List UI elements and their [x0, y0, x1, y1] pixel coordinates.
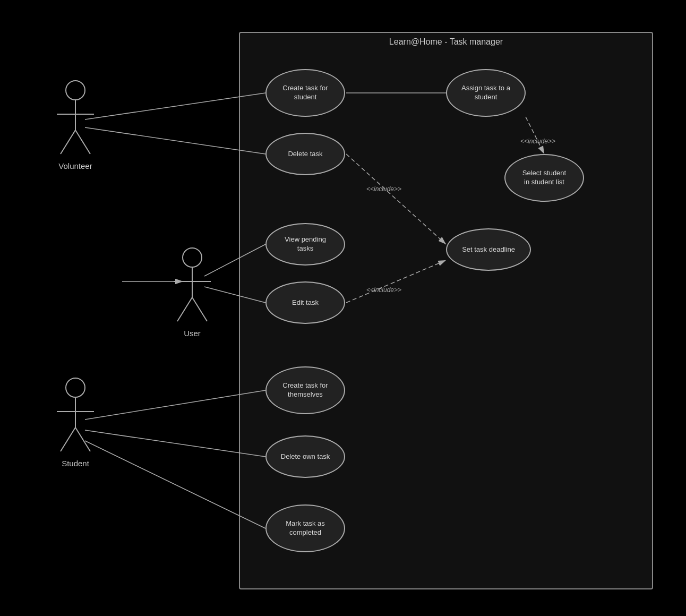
svg-line-25 [177, 297, 192, 321]
volunteer-actor: Volunteer [49, 80, 102, 170]
user-stick-figure [166, 247, 219, 332]
system-title: Learn@Home - Task manager [240, 37, 652, 47]
svg-line-0 [85, 93, 265, 119]
svg-line-30 [61, 427, 75, 451]
svg-point-22 [183, 248, 202, 267]
svg-line-21 [75, 130, 90, 154]
svg-point-17 [66, 81, 85, 100]
svg-line-26 [192, 297, 207, 321]
volunteer-stick-figure [49, 80, 102, 165]
usecase-view-pending: View pending tasks [265, 223, 345, 266]
usecase-delete-task: Delete task [265, 133, 345, 175]
usecase-mark-completed: Mark task as completed [265, 504, 345, 552]
svg-line-6 [85, 430, 265, 457]
usecase-select-student: Select student in student list [504, 154, 584, 202]
svg-line-7 [85, 441, 265, 528]
user-actor: User [166, 247, 219, 338]
svg-line-31 [75, 427, 90, 451]
usecase-create-task-student: Create task for student [265, 69, 345, 117]
usecase-assign-task: Assign task to a student [446, 69, 526, 117]
svg-line-5 [85, 390, 265, 420]
usecase-set-deadline: Set task deadline [446, 228, 531, 271]
usecase-create-task-self: Create task for themselves [265, 366, 345, 414]
svg-line-20 [61, 130, 75, 154]
svg-point-27 [66, 378, 85, 397]
student-stick-figure [49, 377, 102, 462]
svg-line-1 [85, 127, 265, 154]
student-actor: Student [49, 377, 102, 468]
usecase-delete-own-task: Delete own task [265, 435, 345, 478]
diagram-container: Learn@Home - Task manager <<include>> <<… [16, 16, 670, 600]
usecase-edit-task: Edit task [265, 281, 345, 324]
